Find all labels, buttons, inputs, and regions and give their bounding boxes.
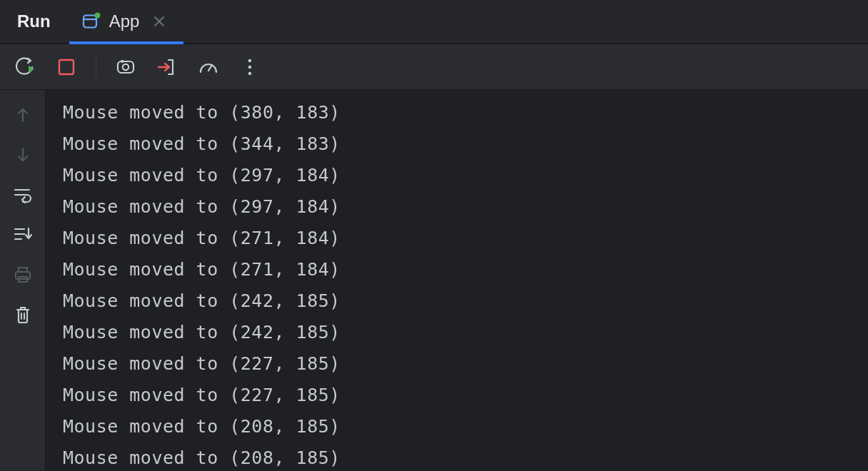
rerun-button[interactable] [13,55,37,79]
scroll-up-button[interactable] [11,103,35,127]
thread-dump-icon[interactable] [113,55,138,79]
console-line: Mouse moved to (344, 183) [63,128,851,160]
scroll-down-button[interactable] [11,143,35,167]
run-toolbar [0,44,868,90]
console-line: Mouse moved to (208, 185) [63,411,851,442]
close-tab-button[interactable] [151,13,168,30]
soft-wrap-button[interactable] [11,183,35,207]
tool-window-title: Run [0,0,69,43]
exit-icon[interactable] [155,55,179,79]
svg-point-12 [248,71,251,74]
console-line: Mouse moved to (271, 184) [63,223,851,254]
console-line: Mouse moved to (227, 185) [63,380,851,411]
svg-line-9 [208,65,212,71]
stop-button[interactable] [54,55,79,79]
svg-rect-0 [84,16,96,28]
console-line: Mouse moved to (208, 185) [63,442,851,471]
more-actions-button[interactable] [238,55,262,79]
run-tab-app[interactable]: App [69,0,184,43]
print-button[interactable] [11,263,35,287]
console-output[interactable]: Mouse moved to (380, 183)Mouse moved to … [46,90,868,471]
scroll-to-end-button[interactable] [11,223,35,247]
svg-point-7 [123,64,128,69]
svg-point-11 [248,65,251,68]
tool-window-header: Run App [0,0,868,44]
svg-point-2 [94,13,100,19]
toolbar-divider [96,55,96,79]
clear-all-button[interactable] [11,303,35,327]
run-tab-title: App [109,11,140,31]
console-line: Mouse moved to (271, 184) [63,254,851,285]
console-line: Mouse moved to (242, 185) [63,285,851,317]
svg-rect-5 [59,60,74,74]
console-gutter [0,90,46,471]
console-line: Mouse moved to (297, 184) [63,191,851,223]
console-line: Mouse moved to (297, 184) [63,160,851,191]
profiler-gauge-icon[interactable] [196,55,221,79]
console-line: Mouse moved to (242, 185) [63,317,851,348]
app-running-icon [82,12,101,31]
console-line: Mouse moved to (380, 183) [63,97,851,128]
svg-rect-6 [118,61,133,73]
svg-point-10 [248,59,251,61]
svg-rect-8 [121,60,124,63]
console-line: Mouse moved to (227, 185) [63,348,851,380]
